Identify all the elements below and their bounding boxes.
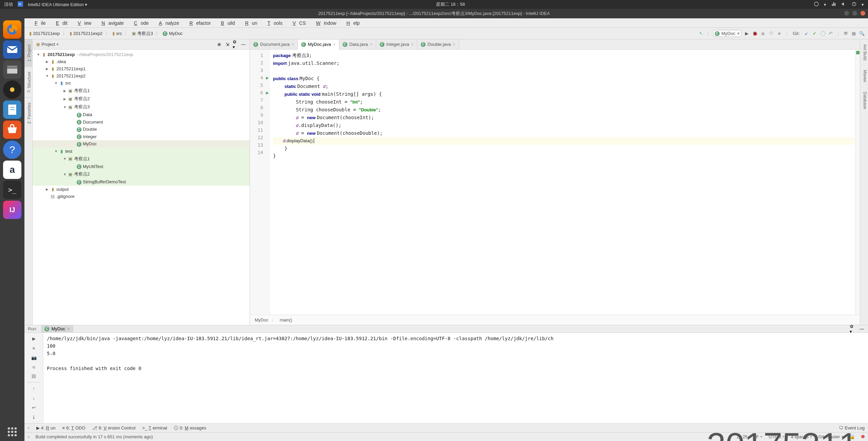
tree-item-test[interactable]: ▼▮test: [33, 148, 250, 155]
editor-tab-Double.java[interactable]: CDouble.java×: [417, 39, 459, 49]
session-dropdown-icon[interactable]: ▾: [862, 2, 864, 7]
favorites-tool-tab[interactable]: 2: Favorites: [24, 97, 32, 129]
status-icon[interactable]: ▫: [28, 434, 30, 439]
collapse-all-icon[interactable]: ⇲: [224, 42, 230, 47]
editor-breadcrumbs[interactable]: MyDoc〉main(): [250, 315, 860, 325]
window-maximize-button[interactable]: [852, 11, 857, 16]
ide-settings-icon[interactable]: ▦: [851, 31, 856, 36]
tree-item-Double[interactable]: CDouble: [33, 126, 250, 133]
editor-tab-Document.java[interactable]: CDocument.java×: [250, 39, 298, 49]
menu-build[interactable]: Build: [214, 19, 238, 27]
tool-window-quick-access-icon[interactable]: ▫: [28, 425, 30, 430]
dock-files-icon[interactable]: [3, 60, 21, 79]
dump-threads-icon[interactable]: 📷: [30, 354, 38, 361]
tree-item-output[interactable]: ▶▮output: [33, 186, 250, 193]
editor-gutter[interactable]: 123▶45▶67891011121314▶▶: [250, 50, 270, 315]
editor-tab-Integer.java[interactable]: CInteger.java×: [376, 39, 417, 49]
debug-button-icon[interactable]: 🐞: [752, 31, 758, 36]
soft-wrap-icon[interactable]: ↩: [30, 404, 38, 411]
clock-label[interactable]: 星期二 16：58: [87, 1, 814, 7]
dock-terminal-icon[interactable]: >_: [3, 181, 21, 199]
project-structure-icon[interactable]: ⛃: [843, 31, 848, 36]
exit-icon[interactable]: ⎋: [30, 363, 38, 371]
close-icon[interactable]: ×: [370, 42, 373, 47]
rerun-button-icon[interactable]: ▶: [30, 335, 38, 342]
power-icon[interactable]: [851, 1, 857, 8]
tree-item-src[interactable]: ▼▮src: [33, 79, 250, 87]
database-tool-tab[interactable]: Database: [860, 87, 868, 114]
project-tool-tab[interactable]: 1: Project: [24, 39, 32, 67]
notification-icon[interactable]: [814, 1, 819, 8]
breadcrumb-考察点3[interactable]: ▣考察点3: [130, 30, 154, 37]
down-stack-icon[interactable]: ↓: [30, 394, 38, 402]
structure-tool-tab[interactable]: 7: Structure: [24, 67, 32, 97]
dock-thunderbird-icon[interactable]: [3, 40, 21, 59]
breadcrumb-20175211exp2[interactable]: ▮20175211exp2: [68, 30, 104, 37]
volume-icon[interactable]: [841, 1, 847, 8]
project-root[interactable]: ▼▮20175211exp~/IdeaProjects/20175211exp: [33, 51, 250, 58]
network-icon[interactable]: [831, 1, 836, 8]
close-icon[interactable]: ×: [411, 42, 414, 47]
menu-code[interactable]: Code: [127, 19, 152, 27]
code-editor[interactable]: package 考察点3; import java.util.Scanner; …: [270, 50, 855, 315]
stop-icon[interactable]: ■: [777, 31, 782, 36]
locate-icon[interactable]: ⊕: [216, 42, 222, 47]
dock-music-icon[interactable]: [3, 80, 21, 99]
error-stripe[interactable]: [855, 50, 860, 315]
dock-amazon-icon[interactable]: a: [3, 161, 21, 179]
gutter-run-icon[interactable]: ▶: [266, 74, 269, 81]
menu-dropdown-icon[interactable]: ▾: [824, 2, 826, 7]
menu-file[interactable]: File: [28, 19, 49, 27]
close-icon[interactable]: ×: [453, 42, 455, 47]
menu-run[interactable]: Run: [238, 19, 261, 27]
dock-intellij-icon[interactable]: IJ: [3, 201, 21, 219]
menu-view[interactable]: View: [71, 19, 95, 27]
tree-item-Data[interactable]: CData: [33, 111, 250, 118]
tree-item-考察点3[interactable]: ▼▣考察点3: [33, 103, 250, 111]
tree-item-20175211exp2[interactable]: ▼▮20175211exp2: [33, 72, 250, 79]
activities-button[interactable]: 活动: [4, 1, 13, 7]
layout-icon[interactable]: 回: [30, 373, 38, 380]
dock-firefox-icon[interactable]: [3, 20, 21, 39]
breadcrumb-src[interactable]: ▮src: [111, 30, 123, 37]
gutter-run-icon[interactable]: ▶: [266, 89, 269, 96]
hide-panel-icon[interactable]: —: [241, 42, 246, 47]
vcs-commit-icon[interactable]: ✔: [812, 31, 817, 36]
menu-vcs[interactable]: VCS: [286, 19, 309, 27]
breadcrumb-MyDoc[interactable]: CMyDoc: [161, 30, 184, 37]
tree-item-考察点2[interactable]: ▶▣考察点2: [33, 95, 250, 103]
search-everywhere-icon[interactable]: 🔍: [859, 31, 865, 36]
menu-help[interactable]: Help: [340, 19, 363, 27]
window-minimize-button[interactable]: [844, 11, 849, 16]
maven-tool-tab[interactable]: Maven: [860, 65, 868, 87]
tree-item-考察点1[interactable]: ▼▣考察点1: [33, 155, 250, 163]
stop-button-icon[interactable]: ■: [30, 344, 38, 352]
menu-edit[interactable]: Edit: [49, 19, 71, 27]
hide-run-panel-icon[interactable]: —: [859, 326, 865, 332]
vcs-update-icon[interactable]: ↙: [804, 31, 809, 36]
run-settings-gear-icon[interactable]: ⚙ ▾: [850, 326, 855, 332]
editor-tab-Data.java[interactable]: CData.java×: [339, 39, 376, 49]
tree-item-.gitignore[interactable]: ▤.gitignore: [33, 193, 250, 200]
tree-item-StringBufferDemoTest[interactable]: CStringBufferDemoTest: [33, 178, 250, 186]
chevron-down-icon[interactable]: ▾: [56, 42, 59, 47]
tree-item-.idea[interactable]: ▶▮.idea: [33, 58, 250, 65]
menu-analyze[interactable]: Analyze: [152, 19, 183, 27]
tree-item-Integer[interactable]: CInteger: [33, 133, 250, 141]
profile-icon[interactable]: ⏱: [768, 31, 774, 36]
tree-item-MyUtilTest[interactable]: CMyUtilTest: [33, 163, 250, 170]
menu-window[interactable]: Window: [309, 19, 340, 27]
tree-item-考察点2[interactable]: ▼▣考察点2: [33, 170, 250, 178]
run-button-icon[interactable]: ▶: [744, 31, 749, 36]
breadcrumb-20175211exp[interactable]: ▮20175211exp: [28, 30, 61, 37]
console-output[interactable]: /home/lyz/jdk/bin/java -javaagent:/home/…: [43, 333, 868, 441]
tree-item-MyDoc[interactable]: CMyDoc: [33, 140, 250, 148]
vcs-revert-icon[interactable]: ↶: [828, 31, 834, 36]
coverage-icon[interactable]: ◉: [760, 31, 766, 36]
menu-tools[interactable]: Tools: [260, 19, 286, 27]
dock-software-icon[interactable]: [3, 121, 21, 139]
vcs-history-icon[interactable]: 🕘: [820, 31, 826, 36]
editor-tab-MyDoc.java[interactable]: CMyDoc.java×: [298, 40, 339, 50]
nav-up-icon[interactable]: ↖: [698, 31, 704, 36]
tree-item-Document[interactable]: CDocument: [33, 118, 250, 126]
